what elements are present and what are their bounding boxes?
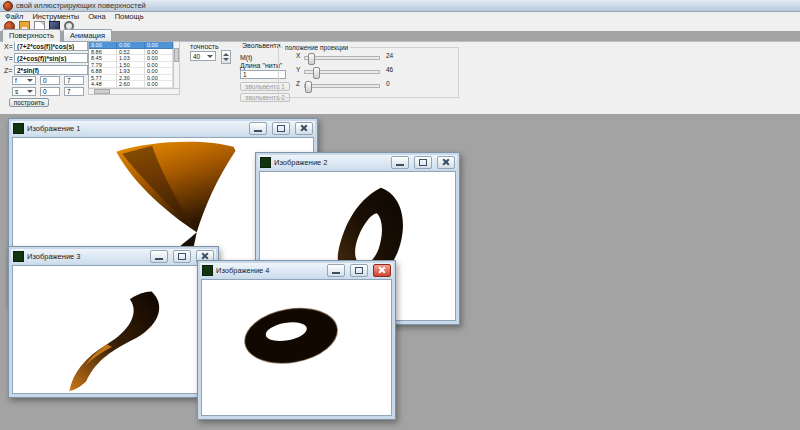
window-titlebar[interactable]: Изображение 2	[258, 155, 457, 170]
surface-render-wave	[13, 266, 214, 393]
param2-var: s	[15, 88, 18, 95]
tab-surface[interactable]: Поверхность	[2, 29, 61, 42]
minimize-button[interactable]	[249, 122, 267, 135]
toolbar	[0, 21, 800, 31]
tabstrip: Поверхность Анимация	[2, 30, 114, 41]
maximize-button[interactable]	[173, 250, 191, 263]
involute-m-label: M(t)	[240, 54, 252, 61]
y-slider-value: 46	[386, 66, 393, 73]
window-icon	[13, 251, 24, 262]
x-formula-input[interactable]	[14, 41, 88, 51]
minimize-button[interactable]	[327, 264, 345, 277]
z-formula-label: Z=	[4, 67, 12, 74]
z-axis-label: Z	[296, 80, 300, 87]
z-slider-thumb[interactable]	[305, 81, 312, 93]
x-slider-value: 24	[386, 52, 393, 59]
param2-var-select[interactable]: s	[12, 87, 36, 96]
window-titlebar[interactable]: Изображение 3	[11, 249, 216, 264]
projection-title: положение проекции	[283, 44, 350, 51]
chevron-down-icon	[27, 79, 33, 82]
close-button[interactable]	[373, 264, 391, 277]
precision-value: 40	[193, 53, 200, 60]
window-titlebar[interactable]: Изображение 4	[200, 263, 393, 278]
z-slider-track[interactable]	[304, 84, 380, 88]
surface-canvas	[12, 265, 215, 394]
window-title: Изображение 2	[274, 158, 386, 167]
precision-select[interactable]: 40	[190, 51, 216, 61]
precision-stepper[interactable]	[221, 50, 231, 64]
image-window-3[interactable]: Изображение 3	[8, 246, 219, 398]
surface-render-torus	[202, 280, 391, 415]
maximize-button[interactable]	[350, 264, 368, 277]
chevron-down-icon	[27, 90, 33, 93]
close-button[interactable]	[295, 122, 313, 135]
chevron-down-icon	[207, 55, 213, 58]
stepper-up-icon[interactable]	[223, 53, 229, 56]
param2-from-input[interactable]	[40, 87, 60, 96]
y-slider-thumb[interactable]	[313, 67, 320, 79]
y-axis-label: Y	[296, 66, 300, 73]
build-button[interactable]: построить	[9, 98, 49, 107]
maximize-button[interactable]	[272, 122, 290, 135]
close-button[interactable]	[437, 156, 455, 169]
y-formula-input[interactable]	[14, 53, 88, 63]
window-icon	[260, 157, 271, 168]
window-title: Изображение 1	[27, 124, 244, 133]
stepper-down-icon[interactable]	[223, 58, 229, 61]
minimize-button[interactable]	[391, 156, 409, 169]
x-slider-track[interactable]	[304, 56, 380, 60]
menubar: Файл Инструменты Окна Помощь	[0, 12, 800, 21]
image-window-4[interactable]: Изображение 4	[197, 260, 396, 420]
scrollbar-thumb[interactable]	[94, 89, 110, 94]
x-slider-thumb[interactable]	[308, 53, 315, 65]
window-title: Изображение 3	[27, 252, 145, 261]
involute-title: Эвольвента	[242, 42, 281, 49]
app-icon	[3, 1, 13, 11]
param2-to-input[interactable]	[64, 87, 84, 96]
window-title: Изображение 4	[216, 266, 322, 275]
tab-animation[interactable]: Анимация	[63, 29, 112, 41]
x-formula-label: X=	[4, 43, 13, 50]
window-icon	[202, 265, 213, 276]
main-titlebar[interactable]: свой иллюстрирующих поверхностей	[0, 0, 800, 12]
surface-canvas	[201, 279, 392, 416]
main-title: свой иллюстрирующих поверхностей	[16, 1, 146, 10]
menu-windows[interactable]: Окна	[88, 12, 105, 21]
minimize-button[interactable]	[150, 250, 168, 263]
precision-label: точность	[190, 43, 219, 50]
param1-from-input[interactable]	[40, 76, 60, 85]
y-formula-label: Y=	[4, 55, 13, 62]
param1-var-select[interactable]: f	[12, 76, 36, 85]
thread-length-label: Длина "нити"	[240, 62, 282, 69]
param1-var: f	[15, 77, 17, 84]
coordinates-grid[interactable]: 9.000.000.00 8.860.520.00 8.451.030.00 7…	[88, 41, 174, 89]
grid-horizontal-scrollbar[interactable]	[88, 88, 180, 95]
table-row[interactable]: 4.482.600.00	[89, 81, 173, 88]
z-slider-value: 0	[386, 80, 390, 87]
window-titlebar[interactable]: Изображение 1	[11, 121, 315, 136]
scrollbar-thumb[interactable]	[174, 48, 179, 62]
y-slider-track[interactable]	[304, 70, 380, 74]
grid-vertical-scrollbar[interactable]	[173, 41, 180, 89]
x-axis-label: X	[296, 52, 300, 59]
param1-to-input[interactable]	[64, 76, 84, 85]
menu-help[interactable]: Помощь	[115, 12, 144, 21]
maximize-button[interactable]	[414, 156, 432, 169]
z-formula-input[interactable]	[14, 65, 88, 75]
window-icon	[13, 123, 24, 134]
